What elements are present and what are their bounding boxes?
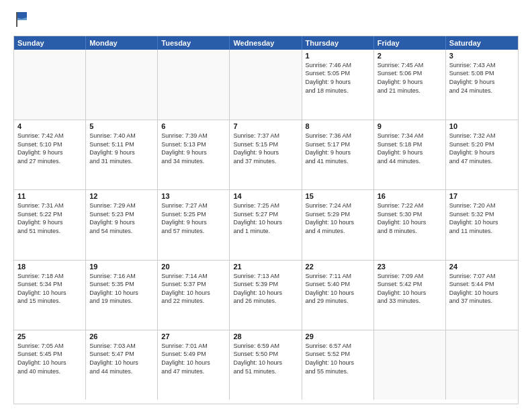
calendar-cell-1-5: 1Sunrise: 7:46 AM Sunset: 5:05 PM Daylig…	[302, 50, 374, 120]
day-info: Sunrise: 7:32 AM Sunset: 5:20 PM Dayligh…	[449, 132, 515, 165]
calendar-cell-3-2: 12Sunrise: 7:29 AM Sunset: 5:23 PM Dayli…	[86, 190, 158, 259]
day-number: 18	[17, 263, 82, 271]
calendar-cell-5-4: 28Sunrise: 6:59 AM Sunset: 5:50 PM Dayli…	[230, 330, 302, 400]
calendar-cell-1-3	[158, 50, 230, 120]
calendar-cell-1-1	[14, 50, 86, 120]
calendar: SundayMondayTuesdayWednesdayThursdayFrid…	[13, 36, 519, 404]
calendar-cell-2-2: 5Sunrise: 7:40 AM Sunset: 5:11 PM Daylig…	[86, 120, 158, 189]
weekday-header-monday: Monday	[86, 36, 158, 50]
calendar-cell-2-3: 6Sunrise: 7:39 AM Sunset: 5:13 PM Daylig…	[158, 120, 230, 189]
day-info: Sunrise: 7:25 AM Sunset: 5:27 PM Dayligh…	[233, 201, 298, 235]
day-number: 29	[306, 332, 370, 340]
day-number: 2	[378, 52, 442, 60]
day-info: Sunrise: 7:37 AM Sunset: 5:15 PM Dayligh…	[233, 132, 298, 165]
day-info: Sunrise: 7:01 AM Sunset: 5:49 PM Dayligh…	[161, 342, 226, 375]
calendar-row-2: 4Sunrise: 7:42 AM Sunset: 5:10 PM Daylig…	[14, 120, 518, 189]
calendar-body: 1Sunrise: 7:46 AM Sunset: 5:05 PM Daylig…	[14, 50, 518, 400]
day-number: 1	[306, 52, 370, 60]
calendar-row-4: 18Sunrise: 7:18 AM Sunset: 5:34 PM Dayli…	[14, 260, 518, 330]
page: SundayMondayTuesdayWednesdayThursdayFrid…	[0, 0, 532, 411]
day-number: 19	[89, 263, 154, 271]
calendar-cell-4-6: 23Sunrise: 7:09 AM Sunset: 5:42 PM Dayli…	[374, 261, 446, 330]
day-info: Sunrise: 7:46 AM Sunset: 5:05 PM Dayligh…	[306, 61, 370, 95]
calendar-cell-2-7: 10Sunrise: 7:32 AM Sunset: 5:20 PM Dayli…	[446, 120, 518, 189]
calendar-row-5: 25Sunrise: 7:05 AM Sunset: 5:45 PM Dayli…	[14, 330, 518, 400]
calendar-cell-4-4: 21Sunrise: 7:13 AM Sunset: 5:39 PM Dayli…	[230, 261, 302, 330]
day-number: 8	[306, 122, 370, 130]
calendar-cell-2-4: 7Sunrise: 7:37 AM Sunset: 5:15 PM Daylig…	[230, 120, 302, 189]
day-info: Sunrise: 7:13 AM Sunset: 5:39 PM Dayligh…	[233, 272, 298, 306]
day-info: Sunrise: 7:45 AM Sunset: 5:06 PM Dayligh…	[378, 61, 442, 95]
day-number: 22	[306, 263, 370, 271]
calendar-cell-3-6: 16Sunrise: 7:22 AM Sunset: 5:30 PM Dayli…	[374, 190, 446, 259]
calendar-cell-4-2: 19Sunrise: 7:16 AM Sunset: 5:35 PM Dayli…	[86, 261, 158, 330]
day-info: Sunrise: 7:27 AM Sunset: 5:25 PM Dayligh…	[161, 201, 226, 235]
calendar-cell-1-4	[230, 50, 302, 120]
calendar-cell-5-2: 26Sunrise: 7:03 AM Sunset: 5:47 PM Dayli…	[86, 330, 158, 400]
calendar-cell-3-1: 11Sunrise: 7:31 AM Sunset: 5:22 PM Dayli…	[14, 190, 86, 259]
calendar-cell-5-1: 25Sunrise: 7:05 AM Sunset: 5:45 PM Dayli…	[14, 330, 86, 400]
day-info: Sunrise: 6:59 AM Sunset: 5:50 PM Dayligh…	[233, 342, 298, 375]
day-number: 21	[233, 263, 298, 271]
day-info: Sunrise: 7:03 AM Sunset: 5:47 PM Dayligh…	[89, 342, 154, 375]
day-info: Sunrise: 6:57 AM Sunset: 5:52 PM Dayligh…	[306, 342, 370, 375]
calendar-cell-5-6	[374, 330, 446, 400]
calendar-cell-3-7: 17Sunrise: 7:20 AM Sunset: 5:32 PM Dayli…	[446, 190, 518, 259]
weekday-header-wednesday: Wednesday	[230, 36, 302, 50]
calendar-cell-4-5: 22Sunrise: 7:11 AM Sunset: 5:40 PM Dayli…	[302, 261, 374, 330]
weekday-header-sunday: Sunday	[14, 36, 86, 50]
day-info: Sunrise: 7:40 AM Sunset: 5:11 PM Dayligh…	[89, 132, 154, 165]
day-number: 23	[378, 263, 442, 271]
calendar-cell-5-5: 29Sunrise: 6:57 AM Sunset: 5:52 PM Dayli…	[302, 330, 374, 400]
calendar-header: SundayMondayTuesdayWednesdayThursdayFrid…	[14, 36, 518, 50]
day-number: 3	[449, 52, 515, 60]
day-number: 9	[378, 122, 442, 130]
weekday-header-friday: Friday	[374, 36, 446, 50]
calendar-cell-2-1: 4Sunrise: 7:42 AM Sunset: 5:10 PM Daylig…	[14, 120, 86, 189]
day-info: Sunrise: 7:24 AM Sunset: 5:29 PM Dayligh…	[306, 201, 370, 235]
calendar-cell-2-5: 8Sunrise: 7:36 AM Sunset: 5:17 PM Daylig…	[302, 120, 374, 189]
day-number: 5	[89, 122, 154, 130]
day-number: 26	[89, 332, 154, 340]
header	[13, 11, 519, 30]
day-info: Sunrise: 7:05 AM Sunset: 5:45 PM Dayligh…	[17, 342, 82, 375]
day-number: 10	[449, 122, 515, 130]
day-info: Sunrise: 7:16 AM Sunset: 5:35 PM Dayligh…	[89, 272, 154, 306]
day-info: Sunrise: 7:14 AM Sunset: 5:37 PM Dayligh…	[161, 272, 226, 306]
day-info: Sunrise: 7:42 AM Sunset: 5:10 PM Dayligh…	[17, 132, 82, 165]
day-number: 6	[161, 122, 226, 130]
calendar-cell-3-5: 15Sunrise: 7:24 AM Sunset: 5:29 PM Dayli…	[302, 190, 374, 259]
calendar-row-1: 1Sunrise: 7:46 AM Sunset: 5:05 PM Daylig…	[14, 50, 518, 120]
day-number: 25	[17, 332, 82, 340]
logo	[13, 11, 28, 30]
svg-rect-2	[16, 12, 17, 27]
day-number: 16	[378, 192, 442, 200]
day-number: 7	[233, 122, 298, 130]
calendar-cell-5-7	[446, 330, 518, 400]
calendar-cell-2-6: 9Sunrise: 7:34 AM Sunset: 5:18 PM Daylig…	[374, 120, 446, 189]
day-info: Sunrise: 7:11 AM Sunset: 5:40 PM Dayligh…	[306, 272, 370, 306]
calendar-cell-1-6: 2Sunrise: 7:45 AM Sunset: 5:06 PM Daylig…	[374, 50, 446, 120]
day-info: Sunrise: 7:34 AM Sunset: 5:18 PM Dayligh…	[378, 132, 442, 165]
day-info: Sunrise: 7:20 AM Sunset: 5:32 PM Dayligh…	[449, 201, 515, 235]
calendar-cell-1-2	[86, 50, 158, 120]
calendar-cell-1-7: 3Sunrise: 7:43 AM Sunset: 5:08 PM Daylig…	[446, 50, 518, 120]
logo-flag-icon	[15, 11, 28, 27]
day-info: Sunrise: 7:43 AM Sunset: 5:08 PM Dayligh…	[449, 61, 515, 95]
day-info: Sunrise: 7:36 AM Sunset: 5:17 PM Dayligh…	[306, 132, 370, 165]
day-number: 17	[449, 192, 515, 200]
weekday-header-tuesday: Tuesday	[158, 36, 230, 50]
day-number: 11	[17, 192, 82, 200]
calendar-cell-4-1: 18Sunrise: 7:18 AM Sunset: 5:34 PM Dayli…	[14, 261, 86, 330]
weekday-header-thursday: Thursday	[302, 36, 374, 50]
calendar-cell-4-3: 20Sunrise: 7:14 AM Sunset: 5:37 PM Dayli…	[158, 261, 230, 330]
day-number: 13	[161, 192, 226, 200]
day-info: Sunrise: 7:18 AM Sunset: 5:34 PM Dayligh…	[17, 272, 82, 306]
day-number: 14	[233, 192, 298, 200]
day-number: 28	[233, 332, 298, 340]
weekday-header-saturday: Saturday	[446, 36, 518, 50]
day-number: 4	[17, 122, 82, 130]
calendar-cell-4-7: 24Sunrise: 7:07 AM Sunset: 5:44 PM Dayli…	[446, 261, 518, 330]
calendar-cell-3-4: 14Sunrise: 7:25 AM Sunset: 5:27 PM Dayli…	[230, 190, 302, 259]
day-number: 24	[449, 263, 515, 271]
